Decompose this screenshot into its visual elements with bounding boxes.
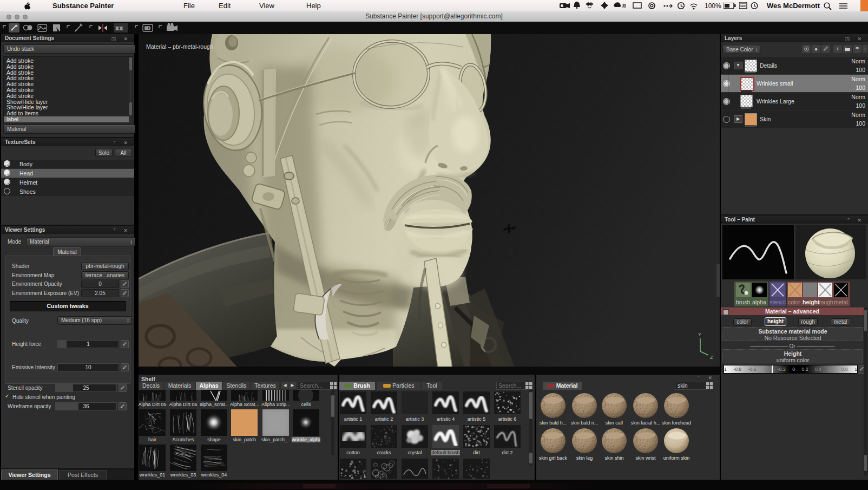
svg-text:x x: x x — [116, 25, 123, 31]
svg-text:n: n — [622, 2, 626, 9]
svg-text:Material – pbr-metal-rough: Material – pbr-metal-rough — [146, 43, 213, 50]
svg-text:Y: Y — [698, 332, 701, 337]
svg-text:Z: Z — [710, 355, 713, 360]
svg-text:3D: 3D — [144, 25, 150, 31]
